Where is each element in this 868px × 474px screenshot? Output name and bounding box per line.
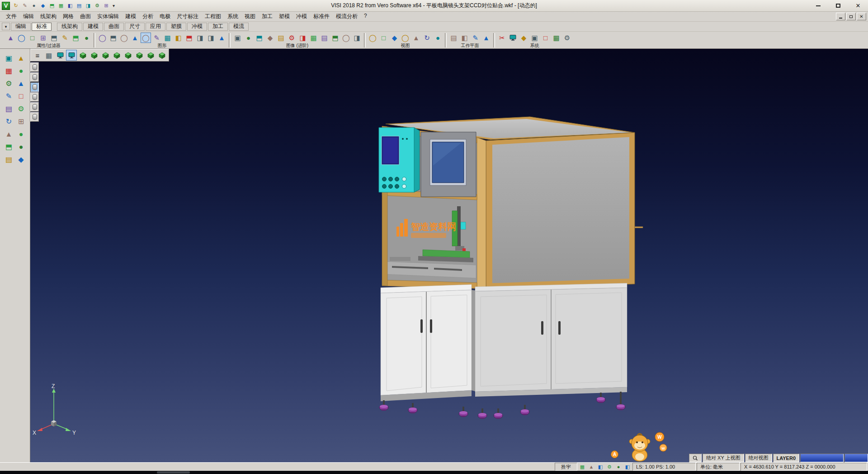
cut-icon[interactable]: ▦: [57, 2, 65, 10]
blank-icon[interactable]: ◨: [206, 33, 216, 43]
perspective-icon[interactable]: ●: [433, 33, 443, 43]
redo-icon[interactable]: ⚙: [93, 2, 101, 10]
cube-iso-icon[interactable]: [77, 50, 88, 61]
measure-icon[interactable]: ⚙: [15, 103, 27, 114]
lock-toggle[interactable]: 拴宇: [555, 463, 577, 471]
tab-尺寸[interactable]: 尺寸: [125, 23, 145, 31]
menu-item-标准件[interactable]: 标准件: [310, 12, 333, 21]
cube-top-icon[interactable]: [89, 50, 99, 61]
monitor-system-icon[interactable]: [508, 33, 518, 43]
zoom-all-icon[interactable]: ◯: [368, 33, 378, 43]
zoom-indicator[interactable]: [689, 454, 702, 462]
undo-icon[interactable]: ◨: [84, 2, 92, 10]
notes-icon[interactable]: ⊞: [15, 116, 27, 127]
menu-item-线架构[interactable]: 线架构: [37, 12, 60, 21]
group-icon[interactable]: ✎: [60, 33, 70, 43]
scale-icon[interactable]: □: [15, 90, 27, 102]
options-icon[interactable]: ⚙: [562, 33, 572, 43]
attributes-icon[interactable]: ◯: [16, 33, 27, 43]
axes-icon[interactable]: ◧: [596, 464, 604, 470]
quick-select-icon[interactable]: ●: [81, 33, 92, 43]
delete-icon[interactable]: ▲: [15, 52, 27, 64]
named-view-icon[interactable]: ↻: [422, 33, 432, 43]
plane-icon[interactable]: ●: [15, 141, 27, 152]
hidden-line-icon[interactable]: ◯: [119, 33, 129, 43]
tab-线架构[interactable]: 线架构: [57, 23, 82, 31]
textures-icon[interactable]: ⬒: [254, 33, 264, 43]
cube-right-icon[interactable]: [111, 50, 122, 61]
background-icon[interactable]: ⚙: [287, 33, 297, 43]
pencil-icon[interactable]: ◆: [15, 154, 27, 165]
zoom-window-icon[interactable]: □: [378, 33, 389, 43]
tab-塑膜[interactable]: 塑膜: [166, 23, 186, 31]
layers-panel-icon[interactable]: ↻: [3, 116, 14, 127]
filter-icon[interactable]: ⬒: [71, 33, 81, 43]
menu-item-文件[interactable]: 文件: [3, 12, 20, 21]
menu-item-工程图[interactable]: 工程图: [202, 12, 224, 21]
menu-item-网格[interactable]: 网格: [60, 12, 77, 21]
help-icon[interactable]: ⊞: [102, 2, 110, 10]
taskbar-segment[interactable]: [157, 471, 190, 474]
cube-back-icon[interactable]: [134, 50, 145, 61]
workplane-3pt-icon[interactable]: ◧: [459, 33, 470, 43]
wireframe-icon[interactable]: ⬒: [108, 33, 118, 43]
pick-grid-icon[interactable]: ▦: [578, 464, 586, 470]
tab-应用[interactable]: 应用: [146, 23, 165, 31]
offset-icon[interactable]: ▤: [3, 103, 14, 114]
menu-item-视图[interactable]: 视图: [241, 12, 259, 21]
absolute-view-cell[interactable]: 绝对视图: [745, 454, 772, 462]
translate-icon[interactable]: ⚙: [3, 78, 14, 89]
rotate-icon[interactable]: ▲: [15, 78, 27, 89]
transparency-icon[interactable]: ⬒: [184, 33, 194, 43]
gouraud-icon[interactable]: ▲: [130, 33, 140, 43]
tab-曲面[interactable]: 曲面: [104, 23, 124, 31]
layer-cell[interactable]: LAYER0: [773, 454, 799, 462]
mdi-restore-button[interactable]: [846, 13, 856, 20]
snap-icon[interactable]: □: [540, 33, 551, 43]
shaded-icon[interactable]: ◯: [141, 33, 151, 43]
tab-建模[interactable]: 建模: [83, 23, 103, 31]
a-badge[interactable]: A: [611, 450, 618, 458]
solid-slot-2-icon[interactable]: [30, 72, 39, 82]
workplane-xy-icon[interactable]: ▤: [448, 33, 459, 43]
view-mode-cell[interactable]: 绝对 XY 上视图: [703, 454, 744, 462]
zoom-select-icon[interactable]: ▣: [3, 52, 14, 64]
grab-icon[interactable]: ●: [15, 128, 27, 140]
menu-item-编辑[interactable]: 编辑: [20, 12, 37, 21]
grid-icon[interactable]: ▣: [529, 33, 540, 43]
cube-left-icon[interactable]: [123, 50, 133, 61]
workplane-face-icon[interactable]: ✎: [470, 33, 481, 43]
minimize-button[interactable]: [808, 0, 828, 11]
highlight-status-icon[interactable]: ▲: [587, 464, 595, 470]
save-file-icon[interactable]: ●: [30, 2, 38, 10]
mirror-icon[interactable]: ✎: [3, 90, 14, 102]
multi-monitor-icon[interactable]: [66, 50, 77, 61]
viewport-3d[interactable]: 智造资料网 Z X Y: [30, 49, 868, 462]
exposure-icon[interactable]: ◯: [341, 33, 351, 43]
ucs-icon[interactable]: ◧: [623, 464, 632, 470]
solid-slot-5-icon[interactable]: [30, 102, 39, 112]
menu-item-塑模[interactable]: 塑模: [276, 12, 293, 21]
trim-icon[interactable]: ▦: [3, 65, 14, 76]
link-elements-icon[interactable]: □: [27, 33, 38, 43]
help-2d-icon[interactable]: ⚙: [605, 464, 613, 470]
settings-status-icon[interactable]: ●: [614, 464, 623, 470]
section-icon[interactable]: ◧: [173, 33, 184, 43]
copy-icon[interactable]: ◧: [66, 2, 74, 10]
views-menu-icon[interactable]: ≡: [32, 50, 43, 61]
tab-dropdown-button[interactable]: ▾: [2, 23, 10, 30]
menu-item-电极[interactable]: 电极: [156, 12, 174, 21]
mdi-close-button[interactable]: ✕: [857, 13, 866, 20]
menu-item-实体编辑[interactable]: 实体编辑: [94, 12, 122, 21]
unlink-elements-icon[interactable]: ⊞: [38, 33, 48, 43]
tab-加工[interactable]: 加工: [208, 23, 228, 31]
texture-brush-icon[interactable]: ⬒: [3, 141, 14, 152]
print-icon[interactable]: ◆: [39, 2, 47, 10]
single-monitor-icon[interactable]: [55, 50, 66, 61]
workplane-manager-icon[interactable]: ▲: [481, 33, 491, 43]
menu-item-尺寸标注[interactable]: 尺寸标注: [174, 12, 202, 21]
chain-select-icon[interactable]: ⬒: [49, 33, 59, 43]
globe-icon[interactable]: ◆: [519, 33, 529, 43]
close-button[interactable]: ✕: [848, 0, 868, 11]
unblank-icon[interactable]: ▲: [217, 33, 227, 43]
